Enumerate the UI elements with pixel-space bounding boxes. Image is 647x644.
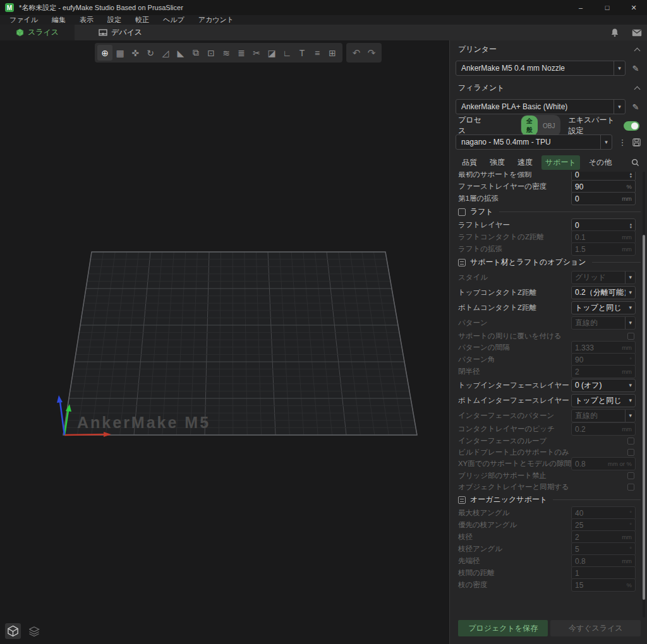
printer-select[interactable]: AnkerMake M5 0.4 mm Nozzle ▾ bbox=[456, 61, 626, 76]
setting-tab-3[interactable]: サポート bbox=[541, 155, 580, 170]
setting-input[interactable]: 0.2mm bbox=[571, 422, 636, 436]
dropdown-arrow-icon[interactable]: ▾ bbox=[626, 382, 632, 388]
cut-icon[interactable]: ✂ bbox=[249, 45, 264, 61]
menu-item-1[interactable]: 編集 bbox=[45, 15, 73, 25]
setting-input[interactable]: 0▴▾ bbox=[571, 218, 636, 232]
menu-item-3[interactable]: 設定 bbox=[100, 15, 128, 25]
text-embossing-icon[interactable]: T bbox=[294, 45, 310, 61]
menu-item-2[interactable]: 表示 bbox=[73, 15, 100, 25]
expert-settings-toggle[interactable] bbox=[624, 121, 639, 131]
minimize-button[interactable]: – bbox=[567, 0, 594, 15]
edit-printer-icon[interactable]: ✎ bbox=[631, 64, 641, 73]
tab-slice[interactable]: スライス bbox=[0, 25, 75, 40]
seam-painting-icon[interactable]: ≋ bbox=[219, 45, 234, 61]
setting-select[interactable]: 直線的▾ bbox=[571, 316, 636, 330]
save-project-button[interactable]: プロジェクトを保存 bbox=[458, 620, 548, 636]
copy-icon[interactable]: ⧉ bbox=[188, 45, 203, 61]
setting-input[interactable]: 5° bbox=[571, 542, 636, 556]
close-button[interactable]: ✕ bbox=[620, 0, 647, 15]
view-3d-editor-button[interactable] bbox=[5, 623, 21, 639]
setting-input[interactable]: 90° bbox=[571, 353, 636, 366]
preset-menu-icon[interactable]: ⋮ bbox=[617, 138, 627, 147]
redo-icon[interactable]: ↷ bbox=[364, 45, 379, 61]
paste-icon[interactable]: ⊡ bbox=[203, 45, 219, 61]
setting-input[interactable]: 0.1mm bbox=[571, 230, 636, 244]
spinner-icon[interactable]: ▴▾ bbox=[630, 222, 632, 229]
add-model-icon[interactable]: ⊕ bbox=[97, 45, 112, 61]
setting-input[interactable]: 1.333mm bbox=[571, 341, 636, 354]
process-scope-switch[interactable]: 全般 OBJ bbox=[521, 115, 560, 136]
setting-input[interactable]: 25° bbox=[571, 518, 636, 532]
setting-input[interactable]: 0mm bbox=[571, 192, 636, 205]
notification-bell-icon[interactable] bbox=[610, 28, 619, 37]
setting-select[interactable]: 直線的▾ bbox=[571, 409, 636, 422]
menu-item-0[interactable]: ファイル bbox=[3, 15, 45, 25]
setting-input[interactable]: 90% bbox=[571, 180, 636, 193]
dropdown-arrow-icon[interactable]: ▾ bbox=[614, 61, 625, 75]
filament-section-header[interactable]: フィラメント bbox=[450, 79, 647, 97]
dropdown-arrow-icon[interactable]: ▾ bbox=[614, 100, 625, 114]
setting-select[interactable]: 0 (オフ)▾ bbox=[571, 379, 636, 392]
setting-select[interactable]: グリッド▾ bbox=[571, 271, 636, 284]
search-icon[interactable] bbox=[631, 158, 639, 167]
setting-input[interactable]: 1.5mm bbox=[571, 242, 636, 256]
variable-layer-height-icon[interactable]: ≣ bbox=[234, 45, 249, 61]
setting-tab-2[interactable]: 速度 bbox=[514, 155, 536, 170]
setting-select[interactable]: 0.2（分離可能）▾ bbox=[571, 286, 636, 299]
setting-input[interactable]: 0.8mm or % bbox=[571, 457, 636, 470]
setting-input[interactable]: 1 bbox=[571, 566, 636, 580]
setting-input[interactable]: 15% bbox=[571, 578, 636, 592]
dropdown-arrow-icon[interactable]: ▾ bbox=[625, 410, 632, 422]
setting-checkbox[interactable] bbox=[627, 438, 634, 444]
setting-input[interactable]: 2mm bbox=[571, 365, 636, 378]
filament-select[interactable]: AnkerMake PLA+ Basic (White) ▾ bbox=[456, 99, 626, 114]
setting-tab-0[interactable]: 品質 bbox=[458, 155, 481, 170]
tab-device[interactable]: デバイス bbox=[83, 25, 157, 40]
setting-select[interactable]: トップと同じ▾ bbox=[571, 301, 636, 314]
rotate-icon[interactable]: ↻ bbox=[143, 45, 158, 61]
setting-checkbox[interactable] bbox=[627, 449, 634, 456]
menu-item-6[interactable]: アカウント bbox=[191, 15, 241, 25]
spinner-icon[interactable]: ▴▾ bbox=[630, 172, 632, 178]
scale-icon[interactable]: ◿ bbox=[158, 45, 173, 61]
connectors-icon[interactable]: ⊞ bbox=[325, 45, 340, 61]
measure-icon[interactable]: ∟ bbox=[279, 45, 294, 61]
maximize-button[interactable]: □ bbox=[594, 0, 620, 15]
dropdown-arrow-icon[interactable]: ▾ bbox=[625, 317, 632, 329]
setting-input[interactable]: 2mm bbox=[571, 530, 636, 544]
setting-checkbox[interactable] bbox=[627, 484, 634, 491]
viewport-3d[interactable]: AnkerMake M5 ⊕▦✜↻◿◣⧉⊡≋≣✂◪∟T≡⊞ ↶ ↷ bbox=[0, 40, 449, 644]
dropdown-arrow-icon[interactable]: ▾ bbox=[626, 289, 632, 295]
dropdown-arrow-icon[interactable]: ▾ bbox=[600, 135, 612, 149]
layer-range-icon[interactable]: ≡ bbox=[310, 45, 325, 61]
setting-input[interactable]: 40° bbox=[571, 506, 636, 520]
arrange-icon[interactable]: ▦ bbox=[112, 45, 128, 61]
place-on-face-icon[interactable]: ◣ bbox=[173, 45, 188, 61]
printer-section-header[interactable]: プリンター bbox=[450, 40, 647, 59]
slice-now-button[interactable]: 今すぐスライス bbox=[550, 620, 641, 636]
mail-icon[interactable] bbox=[632, 29, 642, 37]
scope-object-pill[interactable]: OBJ bbox=[538, 121, 560, 131]
menu-item-4[interactable]: 較正 bbox=[128, 15, 156, 25]
setting-input[interactable]: 0.8mm bbox=[571, 554, 636, 568]
spinner-down-icon[interactable]: ▾ bbox=[630, 175, 632, 178]
move-icon[interactable]: ✜ bbox=[128, 45, 143, 61]
dropdown-arrow-icon[interactable]: ▾ bbox=[626, 397, 632, 403]
save-preset-icon[interactable] bbox=[632, 138, 641, 146]
view-preview-button[interactable] bbox=[26, 623, 42, 639]
undo-icon[interactable]: ↶ bbox=[349, 45, 364, 61]
process-preset-select[interactable]: nagano - M5 0.4mm - TPU ▾ bbox=[456, 134, 612, 150]
setting-select[interactable]: トップと同じ▾ bbox=[571, 394, 636, 407]
menu-item-5[interactable]: ヘルプ bbox=[156, 15, 191, 25]
scrollbar-thumb[interactable] bbox=[643, 235, 645, 600]
scope-global-pill[interactable]: 全般 bbox=[521, 116, 538, 136]
setting-checkbox[interactable] bbox=[627, 333, 634, 340]
spinner-down-icon[interactable]: ▾ bbox=[630, 225, 632, 229]
dropdown-arrow-icon[interactable]: ▾ bbox=[626, 304, 632, 311]
setting-tab-1[interactable]: 強度 bbox=[486, 155, 509, 170]
setting-checkbox[interactable] bbox=[627, 472, 634, 479]
setting-tab-4[interactable]: その他 bbox=[585, 155, 616, 170]
support-painting-icon[interactable]: ◪ bbox=[264, 45, 279, 61]
edit-filament-icon[interactable]: ✎ bbox=[631, 102, 641, 112]
dropdown-arrow-icon[interactable]: ▾ bbox=[625, 271, 632, 283]
